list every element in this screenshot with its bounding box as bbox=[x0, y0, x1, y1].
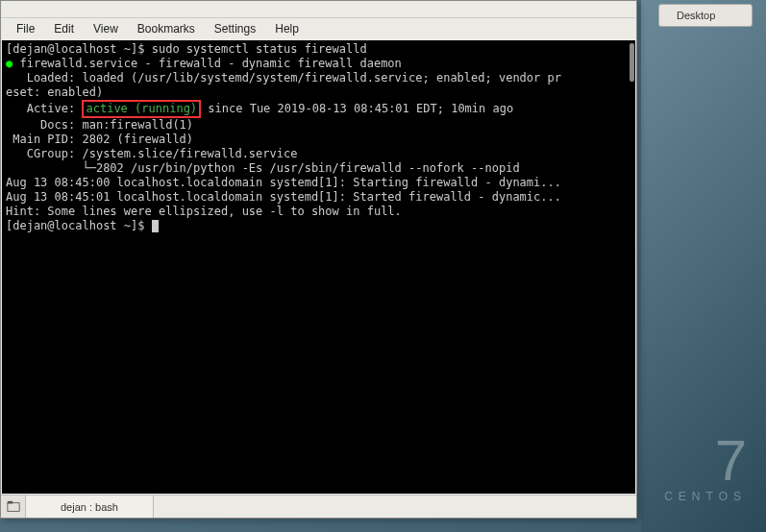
centos-name: CENTOS bbox=[664, 490, 747, 503]
terminal-line: Hint: Some lines were ellipsized, use -l… bbox=[6, 205, 631, 219]
terminal-line: Docs: man:firewalld(1) bbox=[6, 118, 631, 133]
tab-label: dejan : bash bbox=[61, 501, 118, 513]
cursor-icon bbox=[152, 220, 159, 232]
terminal-line: Aug 13 08:45:01 localhost.localdomain sy… bbox=[6, 190, 631, 205]
terminal-line: Loaded: loaded (/usr/lib/systemd/system/… bbox=[6, 71, 631, 85]
active-status-text: active (running) bbox=[86, 102, 197, 115]
svg-rect-1 bbox=[7, 500, 12, 503]
terminal-line: Active: active (running) since Tue 2019-… bbox=[6, 100, 631, 118]
menu-file[interactable]: File bbox=[7, 22, 44, 36]
terminal-line: Main PID: 2802 (firewalld) bbox=[6, 133, 631, 147]
terminal-tab[interactable]: dejan : bash bbox=[26, 496, 154, 518]
desktop-folder-button[interactable]: Desktop bbox=[658, 4, 753, 27]
centos-logo: 7 CENTOS bbox=[664, 432, 747, 503]
svg-rect-0 bbox=[7, 502, 18, 511]
terminal-line: Aug 13 08:45:00 localhost.localdomain sy… bbox=[6, 176, 631, 190]
menu-settings[interactable]: Settings bbox=[205, 22, 265, 36]
terminal-line: [dejan@localhost ~]$ sudo systemctl stat… bbox=[6, 42, 631, 57]
terminal-line: [dejan@localhost ~]$ bbox=[6, 219, 631, 233]
terminal-window: File Edit View Bookmarks Settings Help [… bbox=[0, 0, 637, 519]
new-tab-icon bbox=[7, 500, 20, 514]
menu-bookmarks[interactable]: Bookmarks bbox=[128, 22, 205, 36]
menu-help[interactable]: Help bbox=[265, 22, 309, 36]
terminal-line: eset: enabled) bbox=[6, 85, 631, 100]
scrollbar[interactable] bbox=[630, 43, 634, 82]
menubar: File Edit View Bookmarks Settings Help bbox=[1, 18, 636, 39]
new-tab-button[interactable] bbox=[1, 496, 26, 518]
terminal-line: └─2802 /usr/bin/python -Es /usr/sbin/fir… bbox=[6, 161, 631, 176]
active-status-highlight: active (running) bbox=[82, 100, 201, 118]
terminal-area[interactable]: [dejan@localhost ~]$ sudo systemctl stat… bbox=[2, 40, 635, 494]
tabbar: dejan : bash bbox=[1, 495, 636, 518]
centos-version: 7 bbox=[664, 432, 747, 490]
desktop-folder-label: Desktop bbox=[677, 10, 715, 21]
menu-edit[interactable]: Edit bbox=[44, 22, 84, 36]
window-titlebar[interactable] bbox=[1, 1, 636, 18]
menu-view[interactable]: View bbox=[84, 22, 128, 36]
terminal-line: CGroup: /system.slice/firewalld.service bbox=[6, 147, 631, 161]
terminal-line: ● firewalld.service - firewalld - dynami… bbox=[6, 57, 631, 71]
